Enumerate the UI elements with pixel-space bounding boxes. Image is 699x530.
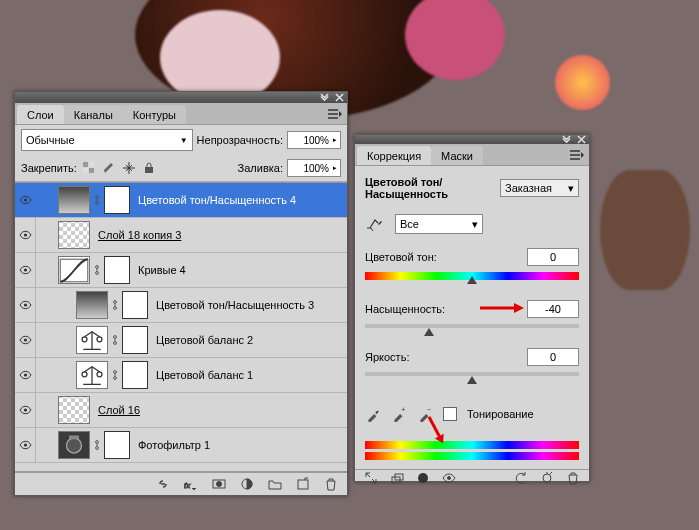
layer-thumb-hue[interactable]	[76, 291, 108, 319]
layer-mask-thumb[interactable]	[104, 431, 130, 459]
layer-thumb-balance[interactable]	[76, 361, 108, 389]
tab-masks[interactable]: Маски	[431, 146, 483, 165]
layer-mask-thumb[interactable]	[122, 361, 148, 389]
expand-view-button[interactable]	[363, 470, 379, 486]
hue-range-bars[interactable]	[365, 438, 579, 463]
correction-titlebar[interactable]	[355, 135, 589, 144]
layer-name[interactable]: Слой 18 копия 3	[94, 229, 347, 241]
layer-row[interactable]: Слой 18 копия 3	[15, 218, 347, 253]
layer-name[interactable]: Цветовой баланс 2	[152, 334, 347, 346]
opacity-value: 100%	[303, 135, 329, 146]
channel-combo[interactable]: Все ▾	[395, 214, 483, 234]
preset-combo[interactable]: Заказная ▾	[500, 179, 579, 197]
group-button[interactable]	[267, 476, 283, 492]
layer-row[interactable]: Фотофильтр 1	[15, 428, 347, 463]
layer-row[interactable]: Цветовой баланс 2	[15, 323, 347, 358]
layer-list[interactable]: Цветовой тон/Насыщенность 4Слой 18 копия…	[15, 182, 347, 472]
hue-track[interactable]	[365, 272, 579, 280]
previous-state-button[interactable]	[513, 470, 529, 486]
reset-button[interactable]	[539, 470, 555, 486]
visibility-toggle[interactable]	[15, 428, 36, 462]
new-layer-button[interactable]	[295, 476, 311, 492]
colorize-checkbox[interactable]	[443, 407, 457, 421]
tab-channels[interactable]: Каналы	[64, 105, 123, 124]
svg-rect-34	[69, 435, 79, 439]
panel-menu-button[interactable]	[323, 107, 347, 124]
toggle-visibility-button[interactable]	[415, 470, 431, 486]
link-layers-button[interactable]	[155, 476, 171, 492]
panel-menu-button[interactable]	[565, 148, 589, 165]
layer-name[interactable]: Фотофильтр 1	[134, 439, 347, 451]
layer-thumb-photofilter[interactable]	[58, 431, 90, 459]
opacity-field[interactable]: 100% ▸	[287, 131, 341, 149]
preview-eye-button[interactable]	[441, 470, 457, 486]
visibility-toggle[interactable]	[15, 253, 36, 287]
layer-name[interactable]: Слой 16	[94, 404, 347, 416]
saturation-track[interactable]	[365, 324, 579, 328]
close-icon[interactable]	[335, 93, 344, 102]
targeted-adjust-icon[interactable]	[365, 214, 387, 234]
layer-thumb-balance[interactable]	[76, 326, 108, 354]
red-arrow-annotation	[480, 302, 524, 314]
tab-paths[interactable]: Контуры	[123, 105, 186, 124]
lightness-value[interactable]: 0	[527, 348, 579, 366]
hue-handle[interactable]	[467, 276, 477, 284]
layer-name[interactable]: Кривые 4	[134, 264, 347, 276]
blend-mode-combo[interactable]: Обычные ▼	[21, 129, 193, 151]
layer-name[interactable]: Цветовой тон/Насыщенность 4	[134, 194, 347, 206]
saturation-value[interactable]: -40	[527, 300, 579, 318]
layer-thumb-image[interactable]	[58, 221, 90, 249]
layers-titlebar[interactable]	[15, 92, 347, 103]
layer-mask-thumb[interactable]	[122, 291, 148, 319]
svg-point-36	[96, 447, 99, 450]
layer-row[interactable]: Цветовой тон/Насыщенность 4	[15, 183, 347, 218]
svg-point-13	[96, 272, 99, 275]
lightness-handle[interactable]	[467, 376, 477, 384]
svg-point-29	[114, 377, 117, 380]
layer-fx-button[interactable]: fx	[183, 476, 199, 492]
layer-row[interactable]: Цветовой баланс 1	[15, 358, 347, 393]
visibility-toggle[interactable]	[15, 183, 36, 217]
layer-thumb-curves[interactable]	[58, 256, 90, 284]
lock-all-icon[interactable]	[141, 160, 157, 176]
tab-layers[interactable]: Слои	[17, 105, 64, 124]
layer-row[interactable]: Слой 16	[15, 393, 347, 428]
tab-correction[interactable]: Коррекция	[357, 146, 431, 165]
svg-point-6	[96, 196, 99, 199]
layer-mask-thumb[interactable]	[122, 326, 148, 354]
visibility-toggle[interactable]	[15, 323, 36, 357]
layer-mask-button[interactable]	[211, 476, 227, 492]
close-icon[interactable]	[577, 135, 586, 144]
visibility-toggle[interactable]	[15, 393, 36, 427]
lock-transparency-icon[interactable]	[81, 160, 97, 176]
lock-position-icon[interactable]	[121, 160, 137, 176]
fill-field[interactable]: 100% ▸	[287, 159, 341, 177]
adjustment-layer-button[interactable]	[239, 476, 255, 492]
delete-adjustment-button[interactable]	[565, 470, 581, 486]
eyedropper-icon[interactable]	[365, 406, 381, 422]
layer-row[interactable]: Кривые 4	[15, 253, 347, 288]
lightness-track[interactable]	[365, 372, 579, 376]
clip-to-layer-button[interactable]	[389, 470, 405, 486]
eyedropper-plus-icon[interactable]: +	[391, 406, 407, 422]
layer-row[interactable]: Цветовой тон/Насыщенность 3	[15, 288, 347, 323]
saturation-handle[interactable]	[424, 328, 434, 336]
layer-mask-thumb[interactable]	[104, 256, 130, 284]
layer-name[interactable]: Цветовой тон/Насыщенность 3	[152, 299, 347, 311]
layer-name[interactable]: Цветовой баланс 1	[152, 369, 347, 381]
collapse-icon[interactable]	[562, 135, 571, 144]
svg-point-5	[23, 198, 26, 201]
svg-point-7	[96, 202, 99, 205]
svg-point-31	[23, 408, 26, 411]
visibility-toggle[interactable]	[15, 218, 36, 252]
layer-thumb-hue[interactable]	[58, 186, 90, 214]
lock-pixels-icon[interactable]	[101, 160, 117, 176]
hue-value[interactable]: 0	[527, 248, 579, 266]
layer-mask-thumb[interactable]	[104, 186, 130, 214]
bg-leaf	[600, 170, 690, 290]
delete-layer-button[interactable]	[323, 476, 339, 492]
layer-thumb-image[interactable]	[58, 396, 90, 424]
visibility-toggle[interactable]	[15, 358, 36, 392]
collapse-icon[interactable]	[320, 93, 329, 102]
visibility-toggle[interactable]	[15, 288, 36, 322]
